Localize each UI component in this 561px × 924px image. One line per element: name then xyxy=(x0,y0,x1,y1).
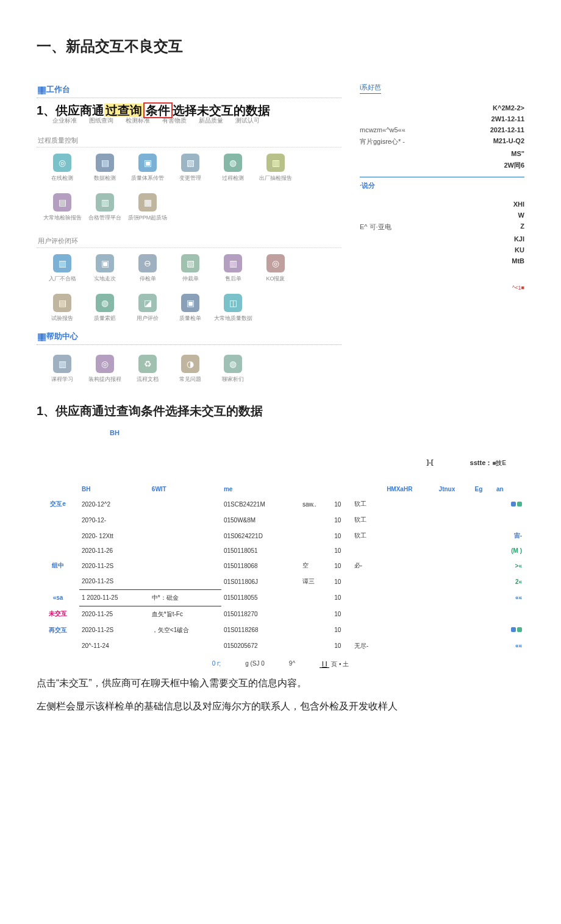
cell-code: 01S0118268 xyxy=(221,622,300,638)
col-header: me xyxy=(221,482,300,496)
app-icon[interactable]: ▤试验报告 xyxy=(48,294,77,322)
workbench-title: 工作台 xyxy=(37,80,341,98)
cell-code: 0150118068 xyxy=(221,558,300,574)
cell-c4 xyxy=(352,574,384,589)
cell-c2 xyxy=(149,544,221,558)
app-icon-glyph: ◎ xyxy=(266,254,285,272)
app-icon[interactable]: ▥售后单 xyxy=(218,254,248,283)
app-icon[interactable]: ◍过程检测 xyxy=(218,154,248,182)
row-status[interactable] xyxy=(37,638,79,654)
row-status[interactable] xyxy=(37,574,79,589)
control-left[interactable]: ]-[ xyxy=(427,458,434,467)
app-icon[interactable]: ◫大常地质量数据 xyxy=(218,294,248,322)
cell-code: 0150118270 xyxy=(221,606,300,622)
table-row[interactable]: 2020- 12Xtt01S0624221D10软工宙- xyxy=(37,528,524,544)
table-row[interactable]: 组中2020-11-2S0150118068空10必->« xyxy=(37,558,524,574)
cell-qty: 10 xyxy=(332,544,352,558)
data-table: BH6WITmeHMXaHRJtnuxEgan 交互e2020-12^201SC… xyxy=(37,482,524,654)
cell-date: 20?0-12- xyxy=(79,512,149,528)
app-icon-label: 入厂不合格 xyxy=(49,275,76,283)
cell-c3 xyxy=(300,512,332,528)
app-icon[interactable]: ▥课程学习 xyxy=(48,355,77,383)
cell-code: 0150118055 xyxy=(221,589,300,606)
app-icon[interactable]: ◎在线检测 xyxy=(48,154,77,182)
app-icon[interactable]: ▦质强PPM超质场 xyxy=(133,193,162,222)
app-icon-label: 课程学习 xyxy=(51,375,73,383)
app-icon-label: 大常地质量数据 xyxy=(214,315,252,322)
kv-value: KJI xyxy=(514,235,524,243)
cell-c3 xyxy=(300,528,332,544)
cell-c2: 中*：砒金 xyxy=(149,589,221,606)
app-icon[interactable]: ▥入厂不合格 xyxy=(48,254,77,283)
table-row[interactable]: 20?0-12-0150W&8M10软工 xyxy=(37,512,524,528)
cell-c4: 软工 xyxy=(352,528,384,544)
row-status[interactable] xyxy=(37,512,79,528)
app-icon-label: 实地走次 xyxy=(94,275,116,283)
app-icon[interactable]: ▥合格管理平台 xyxy=(90,193,120,222)
cell-badges: (M ) xyxy=(494,544,524,558)
app-icon-label: 流程文档 xyxy=(137,375,159,383)
pager[interactable]: 0 r; g (SJ 0 9^ I I 页 • 土 xyxy=(37,660,524,669)
kv-key: E^ 可·亚电 xyxy=(360,222,391,232)
cell-qty: 10 xyxy=(332,574,352,589)
app-icon-glyph: ▣ xyxy=(181,294,199,312)
app-icon[interactable]: ▣实地走次 xyxy=(90,254,120,283)
app-icon[interactable]: ▤大常地检验报告 xyxy=(48,193,77,222)
cell-c2 xyxy=(149,528,221,544)
table-row[interactable]: 未交互2020-11-25血矢*旨t-Fc015011827010 xyxy=(37,606,524,622)
screenshot-datagrid: BH ]-[ sstte：■技E BH6WITmeHMXaHRJtnuxEgan… xyxy=(37,429,524,669)
app-icon[interactable]: ◑常见问题 xyxy=(176,355,205,383)
app-icon-glyph: ◑ xyxy=(181,355,199,373)
cell-badges: «« xyxy=(494,638,524,654)
table-row[interactable]: 20^-11-24015020567210无尽-«« xyxy=(37,638,524,654)
app-icon-glyph: ▧ xyxy=(181,154,199,172)
app-icon[interactable]: ▤数据检测 xyxy=(90,154,120,182)
app-icon[interactable]: ◪用户评价 xyxy=(133,294,162,322)
app-icon[interactable]: ♻流程文档 xyxy=(133,355,162,383)
table-row[interactable]: «sa1 2020-11-25中*：砒金015011805510«« xyxy=(37,589,524,606)
col-header: HMXaHR xyxy=(384,482,436,496)
app-icon[interactable]: ▧变更管理 xyxy=(176,154,205,182)
app-icon-label: 停检单 xyxy=(140,275,156,283)
table-row[interactable]: 交互e2020-12^201SCB24221Msaw..10软工 xyxy=(37,496,524,512)
app-icon[interactable]: ▣质量检单 xyxy=(176,294,205,322)
app-icon[interactable]: ◎装构提内报程 xyxy=(90,355,120,383)
app-icon-label: 出厂抽检报告 xyxy=(259,174,292,182)
app-icon[interactable]: ▣质量体系传管 xyxy=(133,154,162,182)
app-icon[interactable]: ◍质量索赔 xyxy=(90,294,120,322)
app-icon[interactable]: ⊖停检单 xyxy=(133,254,162,283)
app-icon-glyph: ▧ xyxy=(181,254,199,272)
table-row[interactable]: 2020-11-26015011805110(M ) xyxy=(37,544,524,558)
cell-c4 xyxy=(352,606,384,622)
app-icon-label: 变更管理 xyxy=(179,174,201,182)
col-header: an xyxy=(494,482,524,496)
app-icon[interactable]: ◍聊家析们 xyxy=(218,355,248,383)
cell-badges: >« xyxy=(494,558,524,574)
section-user-feedback: 用户评价闭环 xyxy=(37,233,341,248)
cell-c2 xyxy=(149,512,221,528)
row-status[interactable] xyxy=(37,544,79,558)
cell-date: 2020-11-2S xyxy=(79,574,149,589)
row-status[interactable]: 交互e xyxy=(37,496,79,512)
app-icon-glyph: ◫ xyxy=(224,294,242,312)
table-row[interactable]: 再交互2020-11-2S，矢空<1破合01S011826810 xyxy=(37,622,524,638)
row-status[interactable] xyxy=(37,528,79,544)
row-status[interactable]: «sa xyxy=(37,589,79,606)
app-icon[interactable]: ▥出厂抽检报告 xyxy=(261,154,290,182)
cell-c3 xyxy=(300,622,332,638)
app-icon[interactable]: ◎KO报废 xyxy=(261,254,290,283)
row-status[interactable]: 未交互 xyxy=(37,606,79,622)
kv-value: 2W同6 xyxy=(504,161,524,170)
cell-c2 xyxy=(149,496,221,512)
table-row[interactable]: 2020-11-2S01S011806J谭三102« xyxy=(37,574,524,589)
app-icon-label: 聊家析们 xyxy=(222,375,244,383)
app-icon[interactable]: ▧仲裁单 xyxy=(176,254,205,283)
cell-c2: ，矢空<1破合 xyxy=(149,622,221,638)
cell-code: 0150205672 xyxy=(221,638,300,654)
app-icon-glyph: ▤ xyxy=(53,294,71,312)
control-right-value: ■技E xyxy=(492,460,506,466)
row-status[interactable]: 再交互 xyxy=(37,622,79,638)
cell-date: 2020-12^2 xyxy=(79,496,149,512)
row-status[interactable]: 组中 xyxy=(37,558,79,574)
app-icon-glyph: ▣ xyxy=(96,254,114,272)
